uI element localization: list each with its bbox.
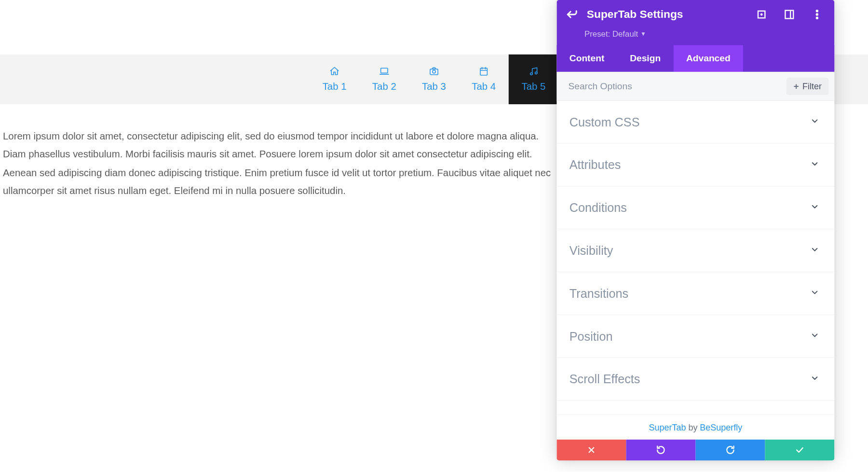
section-label: Conditions	[570, 201, 627, 215]
cancel-button[interactable]	[556, 440, 626, 460]
credit-author-link[interactable]: BeSuperfly	[700, 422, 742, 432]
camera-icon	[429, 66, 439, 77]
page-tab-5[interactable]: Tab 5	[509, 55, 558, 104]
chevron-down-icon	[810, 331, 819, 342]
svg-rect-12	[785, 11, 793, 19]
page-tab-1[interactable]: Tab 1	[310, 55, 359, 104]
section-row[interactable]: Attributes	[556, 144, 834, 187]
laptop-icon	[379, 66, 390, 77]
section-label: Custom CSS	[570, 115, 640, 129]
credit-by: by	[688, 422, 697, 432]
more-menu-icon[interactable]	[810, 8, 824, 22]
page-content-text: Lorem ipsum dolor sit amet, consectetur …	[0, 104, 556, 200]
settings-panel: SuperTab Settings Preset: Default ▼ Cont…	[556, 0, 834, 460]
svg-point-9	[535, 72, 538, 74]
page-tab-label: Tab 5	[521, 81, 545, 93]
section-label: Attributes	[570, 158, 621, 172]
svg-rect-4	[480, 68, 487, 75]
svg-point-15	[816, 14, 818, 15]
svg-rect-0	[381, 68, 388, 73]
page-tab-label: Tab 2	[372, 81, 396, 93]
panel-footer-buttons	[556, 440, 834, 460]
layout-icon[interactable]	[782, 8, 796, 22]
music-icon	[529, 66, 539, 77]
section-label: Transitions	[570, 286, 628, 300]
section-row[interactable]: Scroll Effects	[556, 358, 834, 401]
credit-product-link[interactable]: SuperTab	[649, 422, 686, 432]
section-row[interactable]: Position	[556, 315, 834, 358]
home-icon	[329, 66, 340, 77]
chevron-down-icon	[810, 116, 819, 128]
preset-dropdown[interactable]: Preset: Default ▼	[556, 29, 834, 45]
calendar-icon	[478, 66, 489, 77]
filter-label: Filter	[802, 81, 822, 91]
section-row[interactable]: Conditions	[556, 186, 834, 229]
page-tab-2[interactable]: Tab 2	[359, 55, 409, 104]
search-row: + Filter	[556, 72, 834, 101]
chevron-down-icon	[810, 159, 819, 170]
tab-design[interactable]: Design	[617, 45, 674, 72]
back-button[interactable]	[565, 8, 579, 22]
svg-point-8	[530, 73, 533, 75]
tab-advanced[interactable]: Advanced	[674, 45, 744, 72]
redo-button[interactable]	[695, 440, 765, 460]
tab-content[interactable]: Content	[556, 45, 617, 72]
page-tab-4[interactable]: Tab 4	[459, 55, 509, 104]
filter-button[interactable]: + Filter	[787, 77, 828, 95]
chevron-down-icon	[810, 245, 819, 256]
panel-credit: SuperTab by BeSuperfly	[556, 414, 834, 440]
chevron-down-icon	[810, 288, 819, 299]
section-row[interactable]: Transitions	[556, 272, 834, 315]
caret-down-icon: ▼	[640, 30, 646, 37]
page-tab-label: Tab 4	[472, 81, 496, 93]
preset-label: Preset: Default	[584, 29, 638, 38]
section-row[interactable]: Visibility	[556, 229, 834, 272]
svg-point-14	[816, 10, 818, 12]
section-row[interactable]: Custom CSS	[556, 101, 834, 144]
section-label: Position	[570, 329, 613, 343]
search-input[interactable]	[568, 72, 781, 100]
chevron-down-icon	[810, 373, 819, 385]
page-tab-label: Tab 3	[422, 81, 446, 93]
svg-point-11	[760, 14, 762, 15]
svg-point-3	[433, 70, 435, 73]
sections-list[interactable]: Custom CSSAttributesConditionsVisibility…	[556, 101, 834, 414]
svg-point-16	[816, 17, 818, 19]
panel-tabs: Content Design Advanced	[556, 45, 834, 72]
save-button[interactable]	[765, 440, 834, 460]
page-tab-3[interactable]: Tab 3	[409, 55, 459, 104]
expand-icon[interactable]	[755, 8, 769, 22]
section-label: Scroll Effects	[570, 372, 640, 386]
section-label: Visibility	[570, 244, 613, 258]
plus-icon: +	[794, 81, 799, 91]
chevron-down-icon	[810, 202, 819, 213]
undo-button[interactable]	[626, 440, 695, 460]
panel-title: SuperTab Settings	[587, 8, 741, 21]
page-tab-label: Tab 1	[323, 81, 347, 93]
panel-header: SuperTab Settings Preset: Default ▼ Cont…	[556, 0, 834, 72]
